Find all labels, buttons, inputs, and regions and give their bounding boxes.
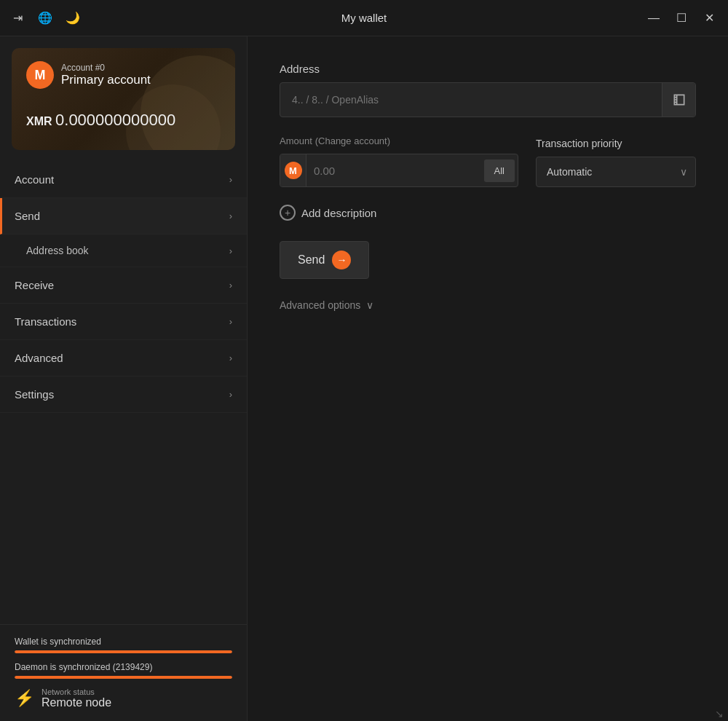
chevron-right-icon: › [229,210,232,221]
amount-label: Amount (Change account) [280,135,518,146]
globe-icon[interactable]: 🌐 [36,9,54,27]
sidebar: M Account #0 Primary account XMR 0.00000… [0,36,248,721]
monero-logo: M [26,61,54,89]
network-text: Network status Remote node [41,687,111,709]
sidebar-item-account[interactable]: Account › [0,162,247,198]
network-status: ⚡ Network status Remote node [15,687,232,709]
address-input[interactable] [280,84,662,116]
sidebar-item-settings[interactable]: Settings › [0,377,247,413]
minimize-button[interactable]: — [644,8,664,28]
priority-section: Transaction priority Automatic Unimporta… [536,138,696,187]
amount-input[interactable] [306,156,481,186]
chevron-right-icon: › [229,352,232,363]
chevron-right-icon: › [229,316,232,327]
wallet-sync-fill [15,650,232,653]
moon-icon[interactable]: 🌙 [64,9,82,27]
chevron-down-icon: ∨ [366,299,373,311]
account-header: M Account #0 Primary account [26,61,221,89]
amount-priority-row: Amount (Change account) M All Transactio… [280,135,696,187]
chevron-right-icon: › [229,389,232,400]
titlebar-controls: — ☐ ✕ [644,8,719,28]
priority-label: Transaction priority [536,138,696,149]
account-balance: XMR 0.000000000000 [26,111,221,130]
lightning-icon: ⚡ [15,689,34,708]
daemon-sync-bar [15,676,232,679]
account-name: Primary account [61,73,151,87]
priority-select[interactable]: Automatic Unimportant Normal Elevated Pr… [536,157,696,187]
all-button[interactable]: All [484,159,515,182]
network-status-value: Remote node [41,696,111,709]
amount-section: Amount (Change account) M All [280,135,518,187]
daemon-sync-fill [15,676,232,679]
advanced-options-toggle[interactable]: Advanced options ∨ [280,299,696,311]
balance-amount: 0.000000000000 [55,111,175,129]
wallet-sync-bar [15,650,232,653]
chevron-right-icon: › [229,174,232,185]
daemon-sync-label: Daemon is synchronized (2139429) [15,662,232,672]
window-title: My wallet [341,12,387,24]
content-area: Address Amount (Change account) M [248,36,728,721]
titlebar: ⇥ 🌐 🌙 My wallet — ☐ ✕ [0,0,728,36]
account-card: M Account #0 Primary account XMR 0.00000… [12,48,235,150]
sidebar-item-advanced[interactable]: Advanced › [0,340,247,377]
sidebar-item-transactions[interactable]: Transactions › [0,304,247,340]
sidebar-item-address-book[interactable]: Address book › [0,235,247,267]
monero-circle-small: M [285,162,302,179]
exit-icon[interactable]: ⇥ [9,9,26,27]
titlebar-left: ⇥ 🌐 🌙 [9,9,82,27]
add-description-button[interactable]: + Add description [280,205,696,221]
maximize-button[interactable]: ☐ [671,8,692,28]
main-layout: M Account #0 Primary account XMR 0.00000… [0,36,728,721]
network-status-label: Network status [41,687,111,696]
chevron-right-icon: › [229,280,232,291]
close-button[interactable]: ✕ [699,8,719,28]
address-input-wrap [280,82,696,117]
address-label: Address [280,63,696,75]
account-info: Account #0 Primary account [61,63,151,87]
sidebar-item-receive[interactable]: Receive › [0,267,247,304]
address-book-button[interactable] [662,83,695,117]
chevron-right-icon: › [229,245,232,256]
plus-circle-icon: + [280,205,296,221]
send-button[interactable]: Send → [280,241,369,279]
balance-currency: XMR [26,115,52,127]
monero-icon-small: M [280,154,306,186]
resize-handle[interactable]: ↘ [715,708,725,718]
send-arrow-icon: → [332,251,351,269]
account-number: Account #0 [61,63,151,73]
sidebar-bottom: Wallet is synchronized Daemon is synchro… [0,624,247,721]
priority-select-wrap: Automatic Unimportant Normal Elevated Pr… [536,157,696,187]
sidebar-item-send[interactable]: Send › [0,198,247,235]
amount-input-wrap: M All [280,154,518,187]
wallet-sync-label: Wallet is synchronized [15,637,232,647]
